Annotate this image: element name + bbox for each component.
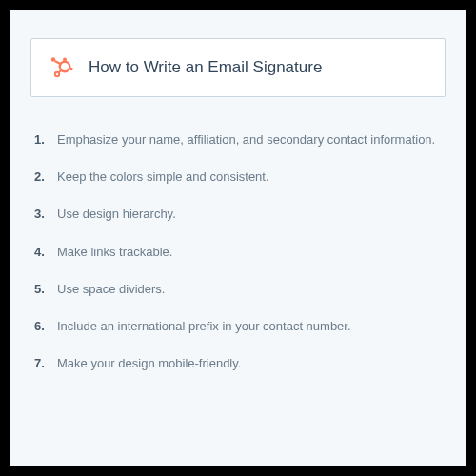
steps-list: 1. Emphasize your name, affiliation, and…: [30, 131, 446, 372]
page-title: How to Write an Email Signature: [89, 58, 322, 77]
content-card: How to Write an Email Signature 1. Empha…: [10, 10, 466, 466]
list-item: 7. Make your design mobile-friendly.: [34, 355, 442, 372]
svg-line-4: [69, 69, 71, 69]
list-text: Use space dividers.: [57, 281, 165, 298]
list-number: 7.: [34, 355, 48, 372]
list-item: 6. Include an international prefix in yo…: [34, 318, 442, 335]
hubspot-logo-icon: [50, 56, 73, 79]
list-text: Make your design mobile-friendly.: [57, 355, 241, 372]
list-item: 2. Keep the colors simple and consistent…: [34, 169, 442, 186]
list-text: Use design hierarchy.: [57, 206, 176, 223]
list-number: 4.: [34, 244, 48, 261]
title-box: How to Write an Email Signature: [30, 38, 446, 97]
list-item: 3. Use design hierarchy.: [34, 206, 442, 223]
list-text: Emphasize your name, affiliation, and se…: [57, 131, 435, 149]
list-number: 2.: [34, 169, 48, 186]
list-number: 5.: [34, 281, 48, 298]
list-number: 1.: [34, 131, 48, 149]
list-text: Keep the colors simple and consistent.: [57, 169, 269, 186]
list-text: Include an international prefix in your …: [57, 318, 351, 335]
list-text: Make links trackable.: [57, 244, 172, 261]
list-number: 3.: [34, 206, 48, 223]
list-item: 1. Emphasize your name, affiliation, and…: [34, 131, 442, 149]
list-item: 4. Make links trackable.: [34, 244, 442, 261]
list-number: 6.: [34, 318, 48, 335]
svg-line-6: [55, 61, 62, 65]
svg-point-8: [55, 72, 59, 76]
svg-point-1: [63, 58, 67, 62]
list-item: 5. Use space dividers.: [34, 281, 442, 298]
